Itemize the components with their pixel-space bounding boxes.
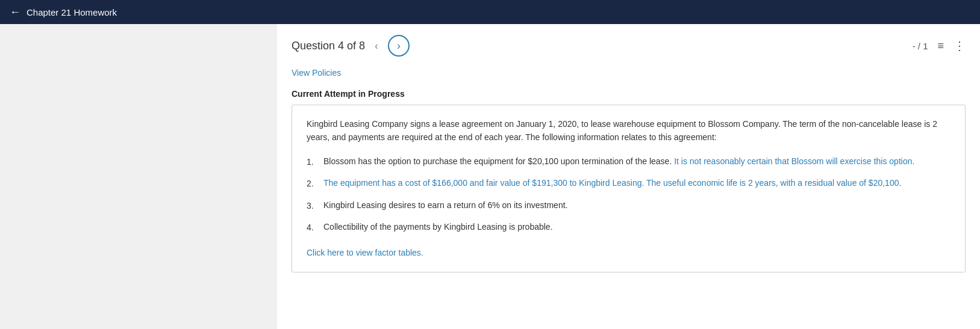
list-num-4: 4. xyxy=(307,221,323,234)
question-header-right: - / 1 ≡ ⋮ xyxy=(913,38,966,53)
list-text-1-plain: Blossom has the option to purchase the e… xyxy=(323,156,672,166)
list-item: 4. Collectibility of the payments by Kin… xyxy=(307,221,950,234)
view-policies-link[interactable]: View Policies xyxy=(292,68,341,78)
list-num-3: 3. xyxy=(307,199,323,212)
list-text-2-highlight2: The useful economic life is 2 years, wit… xyxy=(644,178,901,188)
attempt-label: Current Attempt in Progress xyxy=(277,84,980,105)
list-item: 1. Blossom has the option to purchase th… xyxy=(307,155,950,168)
list-text-1: Blossom has the option to purchase the e… xyxy=(323,155,950,168)
score-label: - / 1 xyxy=(913,41,928,51)
list-item: 2. The equipment has a cost of $166,000 … xyxy=(307,177,950,190)
main-content: Question 4 of 8 ‹ › - / 1 ≡ ⋮ View Polic… xyxy=(0,24,980,329)
question-header-left: Question 4 of 8 ‹ › xyxy=(292,35,410,57)
question-panel: Question 4 of 8 ‹ › - / 1 ≡ ⋮ View Polic… xyxy=(277,24,980,329)
list-icon[interactable]: ≡ xyxy=(937,40,944,52)
left-spacer xyxy=(0,24,277,329)
question-box: Kingbird Leasing Company signs a lease a… xyxy=(292,105,966,272)
list-num-2: 2. xyxy=(307,177,323,190)
list-num-1: 1. xyxy=(307,155,323,168)
top-navigation: ← Chapter 21 Homework xyxy=(0,0,980,24)
list-text-2-highlight1: The equipment has a cost of $166,000 and… xyxy=(323,178,644,188)
prev-question-button[interactable]: ‹ xyxy=(371,37,382,55)
question-intro: Kingbird Leasing Company signs a lease a… xyxy=(307,117,950,144)
factor-tables-section: Click here to view factor tables. xyxy=(307,244,950,259)
more-options-icon[interactable]: ⋮ xyxy=(953,38,966,53)
list-text-1-highlight: It is not reasonably certain that Blosso… xyxy=(672,156,914,166)
list-text-2: The equipment has a cost of $166,000 and… xyxy=(323,177,950,190)
view-policies-section: View Policies xyxy=(277,64,980,84)
page-title: Chapter 21 Homework xyxy=(27,7,117,17)
question-header: Question 4 of 8 ‹ › - / 1 ≡ ⋮ xyxy=(277,24,980,64)
next-question-button[interactable]: › xyxy=(388,35,410,57)
list-text-4: Collectibility of the payments by Kingbi… xyxy=(323,221,950,234)
question-list: 1. Blossom has the option to purchase th… xyxy=(307,155,950,235)
list-item: 3. Kingbird Leasing desires to earn a re… xyxy=(307,199,950,212)
list-text-3: Kingbird Leasing desires to earn a retur… xyxy=(323,199,950,212)
back-button[interactable]: ← xyxy=(10,6,20,19)
question-title: Question 4 of 8 xyxy=(292,40,365,52)
factor-tables-link[interactable]: Click here to view factor tables. xyxy=(307,248,423,257)
